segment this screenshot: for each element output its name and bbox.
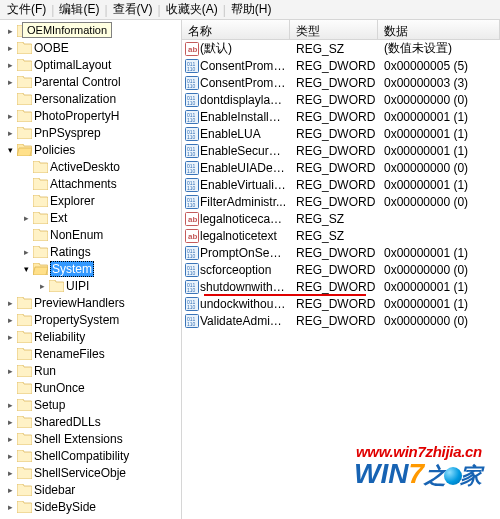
tree-item[interactable]: ▸ PhotoPropertyH [0, 107, 181, 124]
registry-value-row[interactable]: 011 110 EnableInstaller...REG_DWORD0x000… [182, 108, 500, 125]
registry-value-row[interactable]: 011 110 EnableVirtualiz...REG_DWORD0x000… [182, 176, 500, 193]
folder-icon [48, 279, 64, 293]
folder-icon [16, 364, 32, 378]
registry-value-row[interactable]: 011 110 shutdownwitho...REG_DWORD0x00000… [182, 278, 500, 295]
chevron-right-icon[interactable]: ▸ [4, 332, 16, 342]
tree-item-label: PnPSysprep [34, 126, 101, 140]
tree-item[interactable]: RenameFiles [0, 345, 181, 362]
tree-item[interactable]: ▸ ShellCompatibility [0, 447, 181, 464]
registry-value-row[interactable]: 011 110 scforceoptionREG_DWORD0x00000000… [182, 261, 500, 278]
svg-text:ab: ab [188, 232, 197, 241]
folder-icon [16, 143, 32, 157]
folder-icon [16, 483, 32, 497]
value-data: 0x00000001 (1) [378, 297, 500, 311]
tree-pane[interactable]: OEMInformation ▸ OEM...▸ OOBE▸ OptimalLa… [0, 20, 182, 519]
chevron-right-icon[interactable]: ▸ [4, 77, 16, 87]
menu-item[interactable]: 收藏夹(A) [161, 0, 223, 20]
string-value-icon: ab [182, 212, 200, 226]
value-name: ValidateAdmin... [200, 314, 286, 328]
chevron-right-icon[interactable]: ▸ [4, 315, 16, 325]
tree-item[interactable]: ▸ OptimalLayout [0, 56, 181, 73]
chevron-down-icon[interactable]: ▾ [20, 264, 32, 274]
dword-value-icon: 011 110 [182, 263, 200, 277]
column-data-header[interactable]: 数据 [378, 20, 500, 39]
registry-value-row[interactable]: ab legalnoticecap...REG_SZ [182, 210, 500, 227]
chevron-right-icon[interactable]: ▸ [4, 366, 16, 376]
tree-item[interactable]: ▾ System [0, 260, 181, 277]
tree-item-label: Policies [34, 143, 75, 157]
tree-item[interactable]: ▸ Reliability [0, 328, 181, 345]
tree-item[interactable]: Attachments [0, 175, 181, 192]
tree-item-label: ShellServiceObje [34, 466, 126, 480]
tree-item[interactable]: Explorer [0, 192, 181, 209]
column-type-header[interactable]: 类型 [290, 20, 378, 39]
chevron-right-icon[interactable]: ▸ [4, 400, 16, 410]
tree-item[interactable]: ▸ Setup [0, 396, 181, 413]
chevron-right-icon[interactable]: ▸ [4, 111, 16, 121]
chevron-right-icon[interactable]: ▸ [4, 298, 16, 308]
chevron-right-icon[interactable]: ▸ [4, 502, 16, 512]
value-data: 0x00000001 (1) [378, 246, 500, 260]
value-data: 0x00000000 (0) [378, 263, 500, 277]
tree-item[interactable]: ▸ UIPI [0, 277, 181, 294]
chevron-right-icon[interactable]: ▸ [4, 434, 16, 444]
menu-item[interactable]: 文件(F) [2, 0, 51, 20]
registry-value-row[interactable]: 011 110 EnableLUAREG_DWORD0x00000001 (1) [182, 125, 500, 142]
tree-item[interactable]: ▸ Parental Control [0, 73, 181, 90]
tree-item[interactable]: ▾ Policies [0, 141, 181, 158]
tree-item[interactable]: ▸ ShellServiceObje [0, 464, 181, 481]
registry-value-row[interactable]: 011 110 EnableUIADes...REG_DWORD0x000000… [182, 159, 500, 176]
chevron-down-icon[interactable]: ▾ [4, 145, 16, 155]
chevron-right-icon[interactable]: ▸ [4, 485, 16, 495]
menu-item[interactable]: 查看(V) [108, 0, 158, 20]
chevron-right-icon[interactable]: ▸ [36, 281, 48, 291]
registry-value-row[interactable]: ab legalnoticetextREG_SZ [182, 227, 500, 244]
chevron-right-icon[interactable]: ▸ [4, 468, 16, 478]
registry-value-row[interactable]: 011 110 ConsentPromp...REG_DWORD0x000000… [182, 57, 500, 74]
registry-value-row[interactable]: 011 110 dontdisplaylas...REG_DWORD0x0000… [182, 91, 500, 108]
tree-item[interactable]: ▸ PreviewHandlers [0, 294, 181, 311]
tree-item[interactable]: ▸ Sidebar [0, 481, 181, 498]
dword-value-icon: 011 110 [182, 76, 200, 90]
string-value-icon: ab [182, 42, 200, 56]
registry-value-row[interactable]: 011 110 EnableSecureU...REG_DWORD0x00000… [182, 142, 500, 159]
value-data: 0x00000001 (1) [378, 110, 500, 124]
value-name: ConsentPromp... [200, 59, 286, 73]
value-name: legalnoticecap... [200, 212, 286, 226]
chevron-right-icon[interactable]: ▸ [4, 451, 16, 461]
tree-item[interactable]: ▸ Ext [0, 209, 181, 226]
chevron-right-icon[interactable]: ▸ [20, 213, 32, 223]
chevron-right-icon[interactable]: ▸ [4, 60, 16, 70]
tree-item-label: Setup [34, 398, 65, 412]
svg-text:110: 110 [187, 253, 196, 259]
column-name-header[interactable]: 名称 [182, 20, 290, 39]
registry-value-row[interactable]: 011 110 ConsentPromp...REG_DWORD0x000000… [182, 74, 500, 91]
tree-item[interactable]: ▸ PnPSysprep [0, 124, 181, 141]
tree-item[interactable]: ActiveDeskto [0, 158, 181, 175]
chevron-right-icon[interactable]: ▸ [20, 247, 32, 257]
registry-value-row[interactable]: 011 110 PromptOnSecu...REG_DWORD0x000000… [182, 244, 500, 261]
menu-item[interactable]: 帮助(H) [226, 0, 277, 20]
tree-item[interactable]: ▸ SideBySide [0, 498, 181, 515]
tree-item[interactable]: ▸ Shell Extensions [0, 430, 181, 447]
tree-item[interactable]: RunOnce [0, 379, 181, 396]
tree-item[interactable]: ▸ Ratings [0, 243, 181, 260]
tree-item[interactable]: ▸ SharedDLLs [0, 413, 181, 430]
registry-value-row[interactable]: 011 110 undockwithout...REG_DWORD0x00000… [182, 295, 500, 312]
tree-item[interactable]: Personalization [0, 90, 181, 107]
chevron-right-icon[interactable]: ▸ [4, 128, 16, 138]
registry-value-row[interactable]: 011 110 FilterAdministr...REG_DWORD0x000… [182, 193, 500, 210]
registry-value-row[interactable]: 011 110 ValidateAdmin...REG_DWORD0x00000… [182, 312, 500, 329]
tree-item[interactable]: ▸ Run [0, 362, 181, 379]
menu-item[interactable]: 编辑(E) [54, 0, 104, 20]
registry-value-row[interactable]: ab (默认)REG_SZ(数值未设置) [182, 40, 500, 57]
dword-value-icon: 011 110 [182, 297, 200, 311]
tree-item[interactable]: ▸ OOBE [0, 39, 181, 56]
chevron-right-icon[interactable]: ▸ [4, 417, 16, 427]
chevron-right-icon[interactable]: ▸ [4, 43, 16, 53]
tree-item-label: Shell Extensions [34, 432, 123, 446]
tree-item[interactable]: ▸ PropertySystem [0, 311, 181, 328]
tree-item[interactable]: NonEnum [0, 226, 181, 243]
value-name: shutdownwitho... [200, 280, 286, 294]
chevron-right-icon[interactable]: ▸ [4, 26, 16, 36]
